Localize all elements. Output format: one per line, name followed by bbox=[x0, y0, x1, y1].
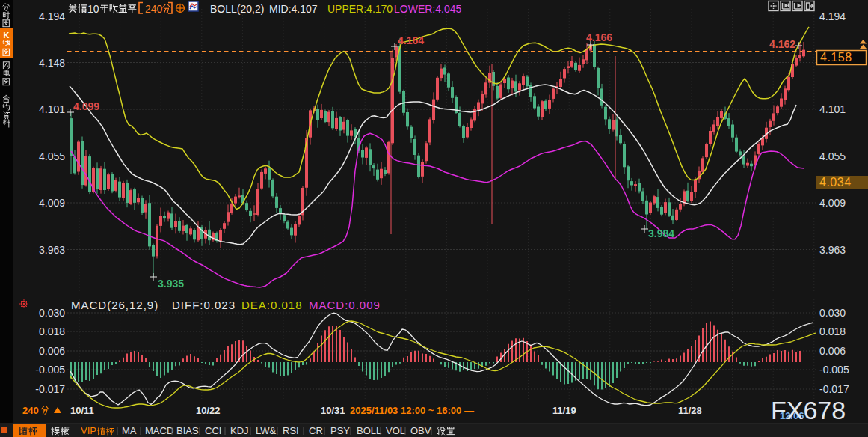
svg-text:4.009: 4.009 bbox=[819, 197, 846, 209]
svg-text:MACD: MACD bbox=[145, 425, 173, 436]
svg-text:MID:4.107: MID:4.107 bbox=[269, 3, 318, 15]
svg-text:MACD:0.009: MACD:0.009 bbox=[309, 299, 381, 311]
svg-text:0.018: 0.018 bbox=[39, 326, 65, 337]
svg-text:3.935: 3.935 bbox=[158, 278, 184, 290]
svg-text:10/22: 10/22 bbox=[196, 405, 221, 416]
svg-text:4.034: 4.034 bbox=[819, 176, 852, 189]
svg-text:0.030: 0.030 bbox=[39, 307, 65, 319]
svg-text:240: 240 bbox=[145, 3, 163, 15]
svg-text:RSI: RSI bbox=[283, 425, 299, 436]
svg-text:4.158: 4.158 bbox=[820, 51, 852, 64]
svg-text:11/19: 11/19 bbox=[552, 405, 576, 416]
svg-text:10/11: 10/11 bbox=[70, 405, 94, 416]
svg-text:MACD(26,12,9): MACD(26,12,9) bbox=[71, 299, 158, 311]
svg-text:DEA:0.018: DEA:0.018 bbox=[241, 299, 303, 311]
svg-text:4.194: 4.194 bbox=[819, 10, 846, 22]
svg-text:DIFF:0.023: DIFF:0.023 bbox=[172, 299, 236, 311]
svg-text:240: 240 bbox=[22, 405, 39, 416]
svg-text:3.984: 3.984 bbox=[648, 227, 674, 239]
svg-text:3.963: 3.963 bbox=[39, 244, 65, 256]
svg-text:3.963: 3.963 bbox=[819, 244, 846, 256]
svg-text:-0.005: -0.005 bbox=[35, 364, 65, 376]
svg-text:VIP: VIP bbox=[81, 425, 96, 436]
svg-text:UPPER:4.170: UPPER:4.170 bbox=[327, 3, 393, 15]
svg-text:K: K bbox=[4, 31, 10, 40]
svg-text:4.101: 4.101 bbox=[39, 103, 65, 115]
svg-text:BOLL: BOLL bbox=[357, 425, 381, 436]
svg-text:-0.017: -0.017 bbox=[819, 383, 849, 395]
svg-text:4.164: 4.164 bbox=[398, 34, 424, 46]
svg-text:VOL: VOL bbox=[386, 425, 405, 436]
svg-text:CR: CR bbox=[309, 425, 323, 436]
svg-text:CCI: CCI bbox=[205, 425, 221, 436]
svg-text:4.009: 4.009 bbox=[39, 197, 65, 209]
svg-text:0.018: 0.018 bbox=[819, 326, 846, 337]
svg-text:4.166: 4.166 bbox=[586, 31, 612, 43]
svg-text:4.099: 4.099 bbox=[73, 100, 99, 112]
svg-text:4.162: 4.162 bbox=[769, 38, 795, 50]
svg-text:2025/11/03 12:00 ~ 16:00 —: 2025/11/03 12:00 ~ 16:00 — bbox=[350, 405, 474, 416]
svg-text:KDJ: KDJ bbox=[230, 425, 249, 436]
svg-text:0.030: 0.030 bbox=[819, 307, 846, 319]
svg-text:PSY: PSY bbox=[330, 425, 350, 436]
svg-text:LOWER:4.045: LOWER:4.045 bbox=[394, 3, 461, 15]
svg-text:MA: MA bbox=[122, 425, 137, 436]
svg-text:BOLL(20,2): BOLL(20,2) bbox=[210, 3, 264, 15]
svg-text:4.055: 4.055 bbox=[39, 150, 65, 162]
svg-text:4.194: 4.194 bbox=[39, 10, 65, 22]
svg-text:0.006: 0.006 bbox=[819, 345, 846, 357]
svg-text:OBV: OBV bbox=[410, 425, 431, 436]
svg-text:4.055: 4.055 bbox=[819, 150, 846, 162]
svg-text:10: 10 bbox=[87, 3, 99, 15]
svg-text:4.101: 4.101 bbox=[819, 103, 846, 115]
svg-text:FX678: FX678 bbox=[771, 396, 846, 424]
svg-text:LW&: LW& bbox=[256, 425, 277, 436]
svg-text:-0.005: -0.005 bbox=[819, 364, 849, 376]
svg-text:11/28: 11/28 bbox=[678, 405, 702, 416]
svg-text:0.006: 0.006 bbox=[39, 345, 65, 357]
svg-text:-0.017: -0.017 bbox=[35, 383, 65, 395]
svg-text:BIAS: BIAS bbox=[176, 425, 199, 436]
svg-text:4.148: 4.148 bbox=[39, 57, 65, 69]
svg-text:10/31: 10/31 bbox=[321, 405, 345, 416]
